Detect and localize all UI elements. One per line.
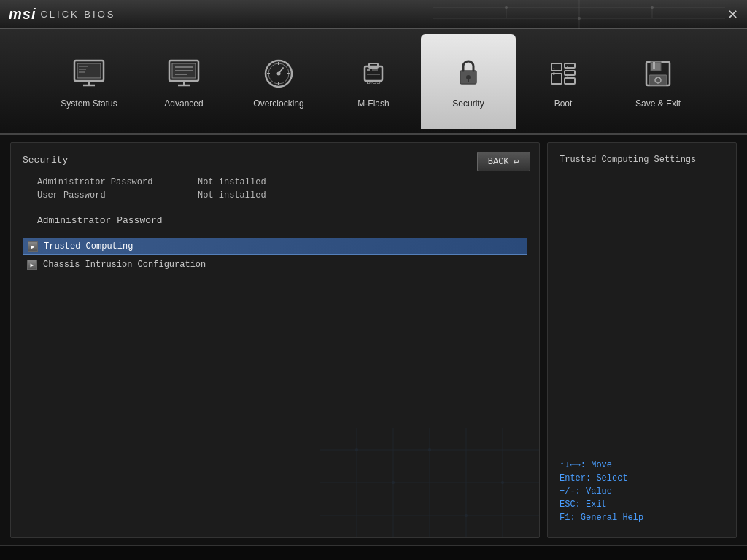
tab-security[interactable]: Security xyxy=(421,34,516,129)
svg-point-63 xyxy=(355,448,358,451)
security-icon xyxy=(449,55,487,93)
key-move-name: ↑↓←→: xyxy=(560,460,586,470)
user-pw-value: Not installed xyxy=(198,190,266,201)
product-name: CLICK BIOS xyxy=(40,9,115,20)
tab-system-status-label: System Status xyxy=(61,98,117,109)
key-enter-desc: Select xyxy=(596,473,627,483)
svg-text:3: 3 xyxy=(566,65,568,69)
tab-save-exit[interactable]: Save & Exit xyxy=(611,34,705,129)
boot-icon: 1 2 3 4 xyxy=(544,55,582,93)
tab-advanced-label: Advanced xyxy=(164,98,203,109)
m-flash-icon: BIOS xyxy=(355,55,392,93)
save-exit-icon xyxy=(639,55,677,93)
chassis-intrusion-arrow-icon: ▶ xyxy=(27,260,37,270)
key-move-desc: Move xyxy=(591,460,612,470)
key-help-f1: F1: General Help xyxy=(560,513,724,523)
tab-overclocking-label: Overclocking xyxy=(253,98,303,109)
key-help-section: ↑↓←→: Move Enter: Select +/-: Value ESC:… xyxy=(560,460,724,526)
svg-point-66 xyxy=(465,514,468,517)
back-button-label: BACK xyxy=(488,157,509,167)
msi-logo: msi CLICK BIOS xyxy=(9,6,115,23)
tab-m-flash-label: M-Flash xyxy=(357,98,389,109)
svg-rect-34 xyxy=(367,69,370,71)
svg-rect-9 xyxy=(77,63,101,78)
key-value-name: +/-: xyxy=(560,486,581,497)
key-help-enter: Enter: Select xyxy=(560,473,724,483)
key-help-move: ↑↓←→: Move xyxy=(560,460,724,470)
help-section: Trusted Computing Settings xyxy=(560,155,724,174)
svg-rect-53 xyxy=(649,75,667,85)
admin-pw-value: Not installed xyxy=(198,177,266,187)
menu-item-trusted-computing[interactable]: ▶ Trusted Computing xyxy=(23,238,527,255)
top-bar: msi CLICK BIOS ✕ xyxy=(0,0,747,29)
svg-point-7 xyxy=(651,6,654,9)
svg-text:2: 2 xyxy=(553,71,555,76)
tab-system-status[interactable]: System Status xyxy=(42,34,136,129)
svg-point-64 xyxy=(392,481,395,484)
close-button[interactable]: ✕ xyxy=(727,8,738,21)
tab-boot[interactable]: 1 2 3 4 Boot xyxy=(516,34,611,129)
main-area: BACK ↩ Security Administrator Password N… xyxy=(0,135,747,545)
svg-rect-35 xyxy=(372,69,378,71)
key-enter-name: Enter: xyxy=(560,473,591,483)
tab-security-label: Security xyxy=(452,98,484,109)
password-table: Administrator Password Not installed Use… xyxy=(37,177,527,201)
key-help-esc: ESC: Exit xyxy=(560,499,724,510)
password-row-admin: Administrator Password Not installed xyxy=(37,177,527,187)
key-esc-name: ESC: xyxy=(560,499,581,510)
circuit-overlay-decoration xyxy=(320,428,539,537)
help-title: Trusted Computing Settings xyxy=(560,155,724,165)
trusted-computing-label: Trusted Computing xyxy=(44,241,133,252)
key-esc-desc: Exit xyxy=(586,499,607,510)
svg-text:BIOS: BIOS xyxy=(366,79,380,85)
svg-rect-36 xyxy=(367,74,380,75)
svg-rect-51 xyxy=(651,62,661,71)
trusted-computing-arrow-icon: ▶ xyxy=(28,241,38,252)
user-pw-label: User Password xyxy=(37,190,169,201)
back-arrow-icon: ↩ xyxy=(514,155,519,168)
admin-password-header: Administrator Password xyxy=(37,215,527,226)
nav-bar: System Status Advanced xyxy=(0,29,747,135)
left-panel: BACK ↩ Security Administrator Password N… xyxy=(10,142,540,538)
svg-rect-45 xyxy=(565,78,575,84)
section-title: Security xyxy=(23,155,527,166)
msi-brand: msi xyxy=(9,6,36,23)
menu-item-chassis-intrusion[interactable]: ▶ Chassis Intrusion Configuration xyxy=(23,257,527,273)
right-panel: Trusted Computing Settings ↑↓←→: Move En… xyxy=(547,142,737,538)
system-status-icon xyxy=(70,55,108,93)
chassis-intrusion-label: Chassis Intrusion Configuration xyxy=(43,260,206,270)
svg-point-67 xyxy=(501,481,504,484)
svg-point-65 xyxy=(428,448,431,451)
svg-point-31 xyxy=(277,71,281,75)
tab-save-exit-label: Save & Exit xyxy=(635,98,681,109)
svg-point-5 xyxy=(505,6,508,9)
tab-boot-label: Boot xyxy=(554,98,573,109)
key-help-value: +/-: Value xyxy=(560,486,724,497)
key-value-desc: Value xyxy=(586,486,612,497)
svg-point-6 xyxy=(578,17,581,20)
key-f1-name: F1: xyxy=(560,513,576,523)
svg-rect-52 xyxy=(653,62,655,69)
tab-overclocking[interactable]: Overclocking xyxy=(231,34,326,129)
svg-text:4: 4 xyxy=(566,73,568,77)
circuit-decoration xyxy=(433,0,725,29)
key-f1-desc: General Help xyxy=(581,513,643,523)
password-row-user: User Password Not installed xyxy=(37,190,527,201)
tab-advanced[interactable]: Advanced xyxy=(136,34,231,129)
advanced-icon xyxy=(165,55,203,93)
bottom-bar xyxy=(0,545,747,560)
svg-point-39 xyxy=(466,75,471,79)
back-button[interactable]: BACK ↩ xyxy=(477,152,530,171)
tab-m-flash[interactable]: BIOS M-Flash xyxy=(326,34,421,129)
admin-pw-label: Administrator Password xyxy=(37,177,169,187)
overclocking-icon xyxy=(260,55,298,93)
